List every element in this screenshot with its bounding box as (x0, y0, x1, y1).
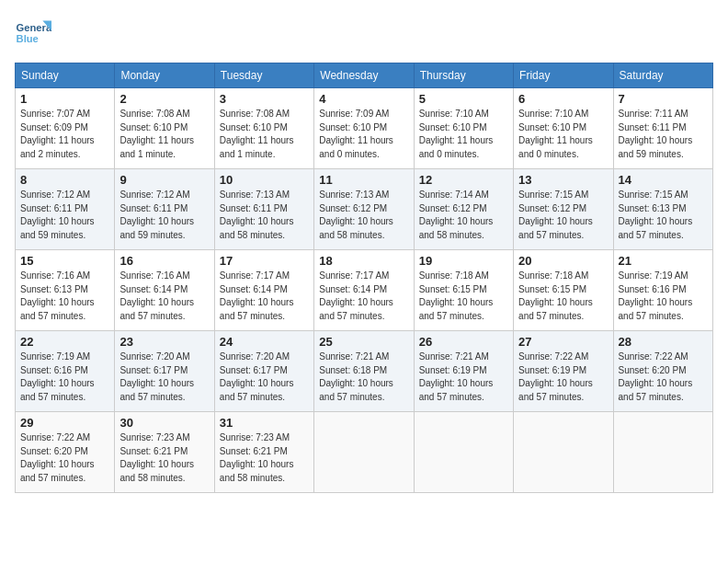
week-row-1: 1 Sunrise: 7:07 AM Sunset: 6:09 PM Dayli… (16, 88, 713, 169)
calendar-cell: 13 Sunrise: 7:15 AM Sunset: 6:12 PM Dayl… (514, 169, 613, 250)
day-info: Sunrise: 7:15 AM Sunset: 6:13 PM Dayligh… (619, 189, 708, 242)
day-number: 16 (119, 254, 209, 268)
svg-text:Blue: Blue (17, 33, 39, 44)
day-info: Sunrise: 7:09 AM Sunset: 6:10 PM Dayligh… (319, 108, 408, 161)
day-info: Sunrise: 7:18 AM Sunset: 6:15 PM Dayligh… (518, 270, 608, 323)
header-row: SundayMondayTuesdayWednesdayThursdayFrid… (16, 63, 713, 88)
day-number: 17 (220, 254, 309, 268)
day-number: 10 (220, 173, 309, 187)
calendar-cell: 3 Sunrise: 7:08 AM Sunset: 6:10 PM Dayli… (214, 88, 313, 169)
day-number: 24 (220, 335, 309, 349)
calendar-cell: 26 Sunrise: 7:21 AM Sunset: 6:19 PM Dayl… (414, 331, 513, 412)
col-header-monday: Monday (115, 63, 214, 88)
day-info: Sunrise: 7:18 AM Sunset: 6:15 PM Dayligh… (419, 270, 508, 323)
day-info: Sunrise: 7:08 AM Sunset: 6:10 PM Dayligh… (119, 108, 209, 161)
day-info: Sunrise: 7:19 AM Sunset: 6:16 PM Dayligh… (619, 270, 708, 323)
day-number: 27 (518, 335, 608, 349)
day-number: 30 (119, 416, 209, 430)
day-info: Sunrise: 7:21 AM Sunset: 6:19 PM Dayligh… (419, 350, 508, 404)
day-number: 6 (518, 92, 608, 106)
day-number: 11 (319, 173, 408, 187)
day-number: 3 (220, 92, 309, 106)
day-info: Sunrise: 7:22 AM Sunset: 6:19 PM Dayligh… (518, 350, 608, 404)
calendar-cell: 31 Sunrise: 7:23 AM Sunset: 6:21 PM Dayl… (214, 412, 313, 493)
calendar-cell (314, 412, 414, 493)
day-info: Sunrise: 7:12 AM Sunset: 6:11 PM Dayligh… (119, 189, 209, 242)
day-number: 9 (119, 173, 209, 187)
calendar-cell: 7 Sunrise: 7:11 AM Sunset: 6:11 PM Dayli… (613, 88, 712, 169)
day-number: 21 (619, 254, 708, 268)
col-header-saturday: Saturday (613, 63, 712, 88)
calendar-cell: 29 Sunrise: 7:22 AM Sunset: 6:20 PM Dayl… (16, 412, 115, 493)
day-number: 14 (619, 173, 708, 187)
day-number: 20 (518, 254, 608, 268)
day-info: Sunrise: 7:23 AM Sunset: 6:21 PM Dayligh… (220, 431, 309, 485)
calendar-cell: 9 Sunrise: 7:12 AM Sunset: 6:11 PM Dayli… (115, 169, 214, 250)
day-number: 8 (20, 173, 109, 187)
day-info: Sunrise: 7:11 AM Sunset: 6:11 PM Dayligh… (619, 108, 708, 161)
day-info: Sunrise: 7:15 AM Sunset: 6:12 PM Dayligh… (518, 189, 608, 242)
day-number: 4 (319, 92, 408, 106)
calendar-cell: 16 Sunrise: 7:16 AM Sunset: 6:14 PM Dayl… (115, 250, 214, 331)
calendar-cell: 15 Sunrise: 7:16 AM Sunset: 6:13 PM Dayl… (16, 250, 115, 331)
calendar-cell: 12 Sunrise: 7:14 AM Sunset: 6:12 PM Dayl… (414, 169, 513, 250)
day-info: Sunrise: 7:12 AM Sunset: 6:11 PM Dayligh… (20, 189, 109, 242)
calendar-cell: 17 Sunrise: 7:17 AM Sunset: 6:14 PM Dayl… (214, 250, 313, 331)
day-number: 5 (419, 92, 508, 106)
day-info: Sunrise: 7:20 AM Sunset: 6:17 PM Dayligh… (119, 350, 209, 404)
week-row-5: 29 Sunrise: 7:22 AM Sunset: 6:20 PM Dayl… (16, 412, 713, 493)
calendar-cell: 10 Sunrise: 7:13 AM Sunset: 6:11 PM Dayl… (214, 169, 313, 250)
calendar-cell: 23 Sunrise: 7:20 AM Sunset: 6:17 PM Dayl… (115, 331, 214, 412)
col-header-sunday: Sunday (16, 63, 115, 88)
calendar-cell: 22 Sunrise: 7:19 AM Sunset: 6:16 PM Dayl… (16, 331, 115, 412)
calendar-cell: 21 Sunrise: 7:19 AM Sunset: 6:16 PM Dayl… (613, 250, 712, 331)
day-info: Sunrise: 7:13 AM Sunset: 6:12 PM Dayligh… (319, 189, 408, 242)
day-number: 18 (319, 254, 408, 268)
day-number: 13 (518, 173, 608, 187)
calendar-cell: 24 Sunrise: 7:20 AM Sunset: 6:17 PM Dayl… (214, 331, 313, 412)
day-info: Sunrise: 7:21 AM Sunset: 6:18 PM Dayligh… (319, 350, 408, 404)
day-number: 29 (20, 416, 109, 430)
day-info: Sunrise: 7:10 AM Sunset: 6:10 PM Dayligh… (419, 108, 508, 161)
day-number: 28 (619, 335, 708, 349)
logo: General Blue (15, 15, 55, 52)
calendar-cell (514, 412, 613, 493)
calendar-cell: 19 Sunrise: 7:18 AM Sunset: 6:15 PM Dayl… (414, 250, 513, 331)
calendar-cell (414, 412, 513, 493)
col-header-thursday: Thursday (414, 63, 513, 88)
col-header-friday: Friday (514, 63, 613, 88)
day-info: Sunrise: 7:16 AM Sunset: 6:14 PM Dayligh… (119, 270, 209, 323)
col-header-tuesday: Tuesday (214, 63, 313, 88)
calendar-cell: 1 Sunrise: 7:07 AM Sunset: 6:09 PM Dayli… (16, 88, 115, 169)
calendar-cell: 27 Sunrise: 7:22 AM Sunset: 6:19 PM Dayl… (514, 331, 613, 412)
calendar-cell: 20 Sunrise: 7:18 AM Sunset: 6:15 PM Dayl… (514, 250, 613, 331)
day-info: Sunrise: 7:22 AM Sunset: 6:20 PM Dayligh… (20, 431, 109, 485)
calendar-cell: 6 Sunrise: 7:10 AM Sunset: 6:10 PM Dayli… (514, 88, 613, 169)
day-info: Sunrise: 7:08 AM Sunset: 6:10 PM Dayligh… (220, 108, 309, 161)
day-info: Sunrise: 7:14 AM Sunset: 6:12 PM Dayligh… (419, 189, 508, 242)
calendar-cell (613, 412, 712, 493)
day-number: 23 (119, 335, 209, 349)
calendar-cell: 14 Sunrise: 7:15 AM Sunset: 6:13 PM Dayl… (613, 169, 712, 250)
day-info: Sunrise: 7:17 AM Sunset: 6:14 PM Dayligh… (220, 270, 309, 323)
day-info: Sunrise: 7:17 AM Sunset: 6:14 PM Dayligh… (319, 270, 408, 323)
calendar-cell: 11 Sunrise: 7:13 AM Sunset: 6:12 PM Dayl… (314, 169, 414, 250)
calendar-cell: 25 Sunrise: 7:21 AM Sunset: 6:18 PM Dayl… (314, 331, 414, 412)
week-row-2: 8 Sunrise: 7:12 AM Sunset: 6:11 PM Dayli… (16, 169, 713, 250)
col-header-wednesday: Wednesday (314, 63, 414, 88)
day-info: Sunrise: 7:07 AM Sunset: 6:09 PM Dayligh… (20, 108, 109, 161)
calendar-cell: 30 Sunrise: 7:23 AM Sunset: 6:21 PM Dayl… (115, 412, 214, 493)
week-row-3: 15 Sunrise: 7:16 AM Sunset: 6:13 PM Dayl… (16, 250, 713, 331)
day-number: 7 (619, 92, 708, 106)
day-number: 25 (319, 335, 408, 349)
day-info: Sunrise: 7:20 AM Sunset: 6:17 PM Dayligh… (220, 350, 309, 404)
calendar-table: SundayMondayTuesdayWednesdayThursdayFrid… (15, 63, 713, 493)
day-number: 22 (20, 335, 109, 349)
day-info: Sunrise: 7:23 AM Sunset: 6:21 PM Dayligh… (119, 431, 209, 485)
calendar-cell: 8 Sunrise: 7:12 AM Sunset: 6:11 PM Dayli… (16, 169, 115, 250)
calendar-cell: 28 Sunrise: 7:22 AM Sunset: 6:20 PM Dayl… (613, 331, 712, 412)
calendar-cell: 18 Sunrise: 7:17 AM Sunset: 6:14 PM Dayl… (314, 250, 414, 331)
day-number: 15 (20, 254, 109, 268)
calendar-cell: 4 Sunrise: 7:09 AM Sunset: 6:10 PM Dayli… (314, 88, 414, 169)
day-number: 31 (220, 416, 309, 430)
